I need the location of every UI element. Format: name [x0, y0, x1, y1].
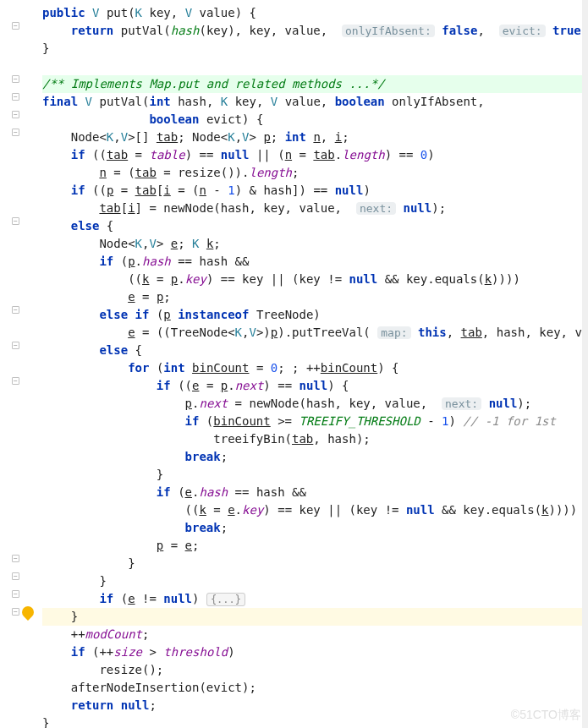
code-line[interactable]: }: [42, 572, 588, 590]
gutter-line: [0, 533, 36, 550]
code-line[interactable]: }: [42, 40, 588, 57]
gutter-line: [0, 444, 36, 462]
code-line[interactable]: if (binCount >= TREEIFY_THRESHOLD - 1) /…: [42, 413, 588, 430]
gutter-line: −: [0, 124, 36, 142]
gutter-line: −: [0, 550, 36, 568]
code-line[interactable]: treeifyBin(tab, hash);: [42, 430, 588, 448]
gutter-line: [0, 408, 36, 426]
intention-bulb-icon[interactable]: [19, 604, 36, 621]
code-line[interactable]: p = e;: [42, 537, 588, 555]
code-line[interactable]: if ((p = tab[i = (n - 1) & hash]) == nul…: [42, 182, 588, 200]
gutter-line: [0, 249, 36, 266]
fold-toggle-icon[interactable]: −: [12, 342, 19, 349]
code-line[interactable]: public V put(K key, V value) {: [42, 4, 588, 22]
gutter-line: −: [0, 373, 36, 391]
code-line[interactable]: for (int binCount = 0; ; ++binCount) {: [42, 359, 588, 377]
gutter-line: [0, 675, 36, 692]
code-line[interactable]: }: [42, 555, 588, 572]
gutter-line: −: [0, 213, 36, 231]
code-line[interactable]: if ((tab = table) == null || (n = tab.le…: [42, 146, 588, 164]
gutter-line: [0, 195, 36, 213]
gutter-line: [0, 692, 36, 710]
code-line[interactable]: break;: [42, 519, 588, 537]
watermark: ©51CTO博客: [511, 708, 581, 723]
code-line[interactable]: /** Implements Map.put and related metho…: [42, 75, 588, 93]
gutter-line: −: [0, 568, 36, 586]
gutter-line: −: [0, 71, 36, 89]
fold-toggle-icon[interactable]: −: [12, 217, 19, 225]
code-line[interactable]: e = ((TreeNode<K,V>)p).putTreeVal( map: …: [42, 324, 588, 342]
code-line[interactable]: Node<K,V>[] tab; Node<K,V> p; int n, i;: [42, 129, 588, 146]
code-line[interactable]: p.next = newNode(hash, key, value, next:…: [42, 395, 588, 413]
code-line[interactable]: if (e.hash == hash &&: [42, 484, 588, 501]
code-line[interactable]: n = (tab = resize()).length;: [42, 164, 588, 182]
fold-toggle-icon[interactable]: −: [12, 608, 19, 616]
fold-toggle-icon[interactable]: −: [12, 129, 19, 136]
gutter-line: −: [0, 107, 36, 124]
code-line[interactable]: Node<K,V> e; K k;: [42, 235, 588, 253]
gutter-line: −: [0, 302, 36, 320]
gutter-line: [0, 639, 36, 657]
gutter-line: [0, 160, 36, 178]
gutter-line: [0, 515, 36, 533]
gutter-line: [0, 36, 36, 53]
fold-toggle-icon[interactable]: −: [12, 22, 19, 30]
fold-toggle-icon[interactable]: −: [12, 555, 19, 562]
code-editor: −−−−−−−−−−−−− public V put(K key, V valu…: [0, 0, 588, 728]
gutter-line: [0, 355, 36, 373]
code-line[interactable]: else {: [42, 217, 588, 235]
code-area[interactable]: public V put(K key, V value) { return pu…: [39, 0, 588, 728]
gutter-line: −: [0, 18, 36, 36]
code-line[interactable]: ++modCount;: [42, 626, 588, 643]
gutter-line: [0, 391, 36, 408]
code-line[interactable]: if (++size > threshold): [42, 643, 588, 661]
code-line[interactable]: break;: [42, 448, 588, 466]
code-line[interactable]: else {: [42, 342, 588, 359]
code-line[interactable]: return putVal(hash(key), key, value, onl…: [42, 22, 588, 40]
gutter-line: [0, 284, 36, 302]
code-line[interactable]: final V putVal(int hash, K key, V value,…: [42, 93, 588, 111]
gutter-line: [0, 621, 36, 639]
code-line[interactable]: }: [42, 466, 588, 484]
gutter-line: [0, 710, 36, 728]
code-line[interactable]: else if (p instanceof TreeNode): [42, 306, 588, 324]
gutter-line: [0, 266, 36, 284]
scrollbar-vertical[interactable]: [582, 0, 588, 728]
code-line[interactable]: if (e != null) {...}: [42, 590, 588, 608]
code-line[interactable]: if ((e = p.next) == null) {: [42, 377, 588, 395]
gutter-line: [0, 426, 36, 444]
fold-toggle-icon[interactable]: −: [12, 306, 19, 314]
code-line[interactable]: if (p.hash == hash &&: [42, 253, 588, 271]
fold-toggle-icon[interactable]: −: [12, 590, 19, 598]
code-line[interactable]: }: [42, 608, 588, 626]
gutter-line: [0, 497, 36, 515]
code-line[interactable]: afterNodeInsertion(evict);: [42, 679, 588, 697]
code-line[interactable]: return null;: [42, 697, 588, 714]
code-line[interactable]: ((k = p.key) == key || (key != null && k…: [42, 271, 588, 288]
fold-toggle-icon[interactable]: −: [12, 93, 19, 101]
gutter-line: [0, 462, 36, 479]
code-line[interactable]: boolean evict) {: [42, 111, 588, 129]
gutter-line: [0, 320, 36, 337]
code-line[interactable]: e = p;: [42, 288, 588, 306]
code-line[interactable]: }: [42, 714, 588, 728]
gutter-line: [0, 53, 36, 71]
gutter-line: −: [0, 337, 36, 355]
fold-toggle-icon[interactable]: −: [12, 111, 19, 118]
fold-toggle-icon[interactable]: −: [12, 377, 19, 385]
gutter-line: −: [0, 604, 36, 621]
gutter-line: [0, 657, 36, 675]
fold-toggle-icon[interactable]: −: [12, 572, 19, 580]
gutter-line: −: [0, 89, 36, 107]
gutter-line: [0, 479, 36, 497]
code-line[interactable]: tab[i] = newNode(hash, key, value, next:…: [42, 200, 588, 217]
fold-toggle-icon[interactable]: −: [12, 75, 19, 83]
gutter-line: [0, 0, 36, 18]
code-line[interactable]: [42, 57, 588, 75]
gutter-line: [0, 178, 36, 195]
code-line[interactable]: ((k = e.key) == key || (key != null && k…: [42, 501, 588, 519]
gutter-line: −: [0, 586, 36, 604]
code-line[interactable]: resize();: [42, 661, 588, 679]
gutter-line: [0, 231, 36, 249]
gutter: −−−−−−−−−−−−−: [0, 0, 39, 728]
